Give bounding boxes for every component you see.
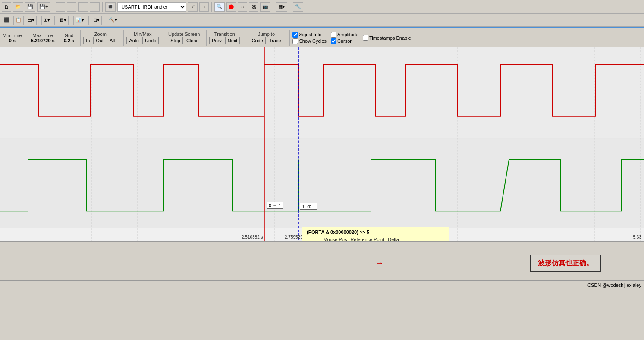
timestamps-checkbox[interactable]: Timestamps Enable [363,35,411,41]
stop-button[interactable]: Stop [168,37,183,44]
logic-tab-label: Logic Analyzer [14,247,45,252]
save-button[interactable]: 💾 [25,2,35,12]
show-cycles-check[interactable] [292,38,298,44]
sep-ctrl1 [28,30,28,46]
transition-label: Transition [214,31,235,37]
code-space1 [23,269,27,276]
cursor2-top-text: 1, d: 1 [302,204,315,209]
prev-button[interactable]: Prev [209,37,224,44]
code-button[interactable]: Code [249,37,265,44]
cursor1-ch1-label: 0 → 1 [267,202,283,209]
file-tab-0[interactable]: s stm32f103xb.s [2,255,47,264]
tb2-btn2[interactable]: 📋 [13,16,24,25]
settings-btn[interactable]: 🔧 [293,2,303,12]
transition-group: Transition Prev Next [209,31,240,44]
tb2-btn3[interactable]: 🗃▾ [25,16,37,25]
tabs-area: ⬛ Logic Analyzer [0,242,644,254]
list-btn1[interactable]: ≡ [56,2,65,12]
logic-icon: ⬛ [6,247,13,252]
timestamps-check[interactable] [363,35,368,41]
sep4 [273,2,273,12]
min-time-label: Min Time [3,33,22,38]
tooltip-th3: Delta [388,236,444,242]
dbg-icon[interactable]: 🔳 [105,2,116,12]
file-tab-name-2: stm32f1xx_hal.c [88,257,125,262]
amplitude-check[interactable] [331,32,336,38]
timestamps-label: Timestamps Enable [369,35,411,41]
function-select[interactable]: USART1_IRQHandler [117,2,186,12]
link-btn[interactable]: ⛓ [249,2,258,12]
max-time-value: 5.210729 s [31,38,55,43]
circ-btn[interactable]: ○ [238,2,247,12]
sep10 [104,16,104,25]
tooltip-title: (PORTA & 0x00000020) >> 5 [307,230,445,235]
code-while: while [5,269,23,276]
next-button[interactable]: Next [225,37,240,44]
waveform-area[interactable]: 0 → 1 1, d: 1 0 0, d: 0 2.510382 s 2.759… [0,47,644,242]
file-icon-1: 📄 [52,257,57,262]
svg-rect-4 [0,47,644,241]
sep-ctrl2 [61,30,61,46]
signal-info-tooltip: (PORTA & 0x00000020) >> 5 Mouse Pos Refe… [302,227,449,242]
sep9 [88,16,89,25]
code-line: while (( HAL_GetTick () - tickstart ) < … [0,265,644,280]
amplitude-checkbox[interactable]: Amplitude [331,32,358,38]
max-time-label: Max Time [32,33,53,38]
search-btn[interactable]: 🔍 [214,2,225,12]
max-time-group: Max Time 5.210729 s [31,33,55,43]
sep8 [71,16,71,25]
sep-ctrl3 [80,30,81,46]
file-tab-1[interactable]: 📄 main.c [48,255,77,264]
save-all-button[interactable]: 💾+ [37,2,50,12]
zoom-in-button[interactable]: In [83,37,92,44]
grid-value: 0.2 s [64,38,74,43]
cursor-checkbox[interactable]: Cursor [331,38,358,44]
tb2-btn1[interactable]: ⬛ [2,16,12,25]
tb2-btn8[interactable]: 🔨▾ [107,16,119,25]
file-tab-2[interactable]: 📄 stm32f1xx_hal.c [78,255,129,264]
tooltip-th1: Mouse Pos [323,236,350,242]
time-marker-left: 2.510382 s [242,235,263,239]
amplitude-label: Amplitude [337,32,358,37]
list-btn4[interactable]: ≡≡ [90,2,100,12]
check-btn[interactable]: ✓ [188,2,198,12]
undo-button[interactable]: Undo [142,37,159,44]
code-minus: - [81,269,92,276]
show-cycles-checkbox[interactable]: Show Cycles [292,38,327,44]
sep-ctrl5 [165,30,165,46]
bottom-bar: CSDN @wodeshijiexialey [0,280,644,289]
code-wait: wait [139,269,154,276]
open-button[interactable]: 📂 [13,2,23,12]
tb2-btn7[interactable]: ⊟▾ [91,16,102,25]
list-btn2[interactable]: ≡ [67,2,76,12]
code-tickstart: tickstart [92,269,125,276]
tb2-btn5[interactable]: 🖥▾ [57,16,69,25]
credit-text: CSDN @wodeshijiexialey [587,283,641,288]
rec-btn[interactable]: ⬤ [226,2,236,12]
disp-btn[interactable]: ▦▾ [276,2,287,12]
tb2-btn4[interactable]: ⊞▾ [41,16,52,25]
logic-analyzer-tab[interactable]: ⬛ Logic Analyzer [2,246,50,253]
signal-info-checkbox[interactable]: Signal Info [292,32,327,38]
code-func-name: HAL_GetTick [34,269,74,276]
zoom-out-button[interactable]: Out [93,37,106,44]
list-btn3[interactable]: ≡≡ [78,2,88,12]
signal-info-check[interactable] [292,32,298,38]
zoom-group: Zoom In Out All [83,31,117,44]
file-tab-name-1: main.c [59,257,73,262]
cam-btn[interactable]: 📷 [260,2,270,12]
trace-button[interactable]: Trace [267,37,284,44]
tooltip-table: Mouse Pos Reference Point Delta Time: 2.… [307,236,445,242]
cursor-check[interactable] [331,38,336,44]
sep1 [53,2,53,12]
sep7 [54,16,55,25]
file-tab-name-0: stm32f103xb.s [13,257,44,262]
tb2-btn6[interactable]: 📊▾ [73,16,86,25]
arrow-btn[interactable]: → [199,2,209,12]
sep-ctrl7 [246,30,246,46]
zoom-all-button[interactable]: All [107,37,117,44]
sep-ctrl8 [289,30,290,46]
new-button[interactable]: 🗋 [2,2,11,12]
clear-button[interactable]: Clear [184,37,200,44]
auto-button[interactable]: Auto [126,37,141,44]
